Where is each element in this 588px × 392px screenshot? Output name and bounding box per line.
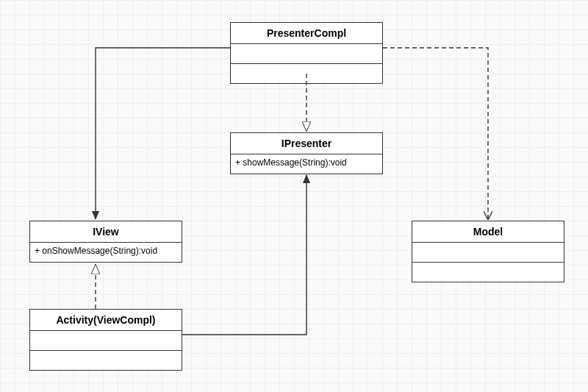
uml-class-activity: Activity(ViewCompl) <box>29 309 182 371</box>
uml-class-presenter-compl: PresenterCompl <box>230 22 383 84</box>
edge-activity-ipresenter <box>182 175 306 335</box>
class-attributes <box>412 243 564 263</box>
edge-presentercompl-iview <box>96 48 230 219</box>
class-name: Activity(ViewCompl) <box>30 310 182 331</box>
class-name: IView <box>30 221 182 243</box>
uml-class-iview: IView + onShowMessage(String):void <box>29 221 182 263</box>
class-methods <box>30 351 182 370</box>
uml-class-model: Model <box>412 221 564 282</box>
class-methods <box>412 263 564 282</box>
class-methods <box>231 64 382 83</box>
class-methods: + showMessage(String):void <box>231 154 382 174</box>
class-name: Model <box>412 221 564 243</box>
edge-presentercompl-model <box>383 48 488 219</box>
class-name: IPresenter <box>231 133 382 154</box>
uml-class-ipresenter: IPresenter + showMessage(String):void <box>230 132 383 174</box>
class-attributes <box>30 331 182 351</box>
class-name: PresenterCompl <box>231 23 382 44</box>
class-methods: + onShowMessage(String):void <box>30 243 182 262</box>
class-attributes <box>231 44 382 64</box>
